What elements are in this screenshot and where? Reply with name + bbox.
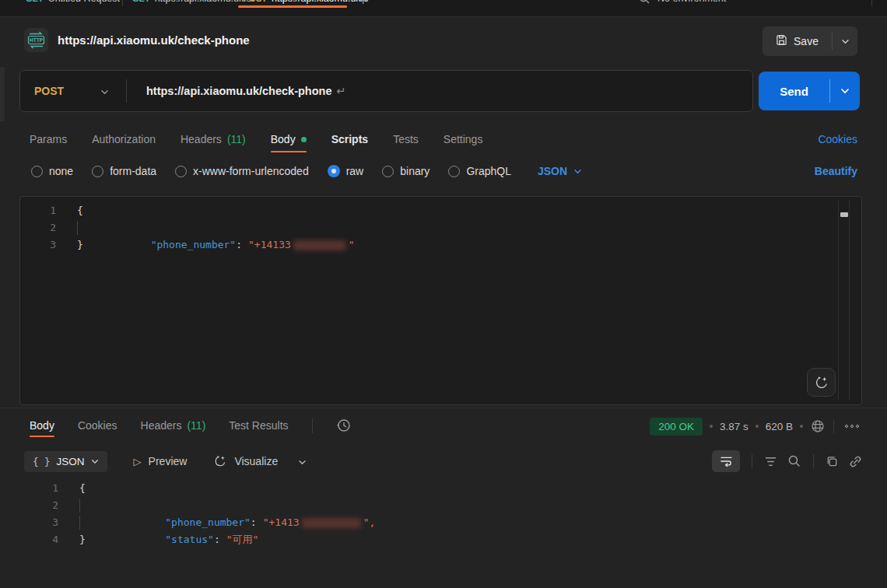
save-options-chevron-down-icon[interactable] <box>833 26 857 56</box>
editor-scrollbar[interactable] <box>838 201 850 401</box>
sparkle-circle-icon <box>213 454 227 468</box>
link-icon[interactable] <box>849 455 862 468</box>
cookies-link[interactable]: Cookies <box>818 133 857 145</box>
request-body-editor[interactable]: 1 { 2 "phone_number":"+14133" 3 } <box>19 196 862 405</box>
status-badge[interactable]: 200 OK <box>650 418 703 436</box>
preview-button[interactable]: ▷ Preview <box>134 455 188 467</box>
json-value: "可用" <box>226 534 259 545</box>
return-glyph: ↵ <box>336 85 345 97</box>
line-number: 2 <box>20 219 56 236</box>
tab-settings[interactable]: Settings <box>444 133 483 145</box>
beautify-link[interactable]: Beautify <box>815 165 857 177</box>
wrap-text-icon <box>720 456 733 467</box>
search-icon[interactable] <box>638 0 650 7</box>
response-tab-cookies[interactable]: Cookies <box>78 419 117 432</box>
method-badge-get: GET <box>132 0 150 3</box>
divider <box>312 418 313 433</box>
response-tab-test-results[interactable]: Test Results <box>229 419 288 432</box>
url-input[interactable]: https://api.xiaomu.uk/check-phone↵ <box>127 85 752 97</box>
tab-tests[interactable]: Tests <box>393 133 419 145</box>
indent-guide <box>79 516 80 530</box>
dot-separator <box>800 425 803 428</box>
wrap-text-button[interactable] <box>712 450 740 472</box>
radio-icon <box>92 166 103 177</box>
postbot-button[interactable] <box>807 368 836 397</box>
json-key: "status" <box>165 534 214 545</box>
redacted-phone-blur <box>293 240 346 250</box>
response-time[interactable]: 3.87 s <box>720 421 749 432</box>
radio-raw-selected[interactable]: raw <box>328 165 364 177</box>
visualize-button[interactable]: Visualize <box>213 454 278 468</box>
chevron-down-icon <box>100 85 109 97</box>
response-tab-headers[interactable]: Headers(11) <box>141 419 206 432</box>
filter-icon[interactable] <box>764 456 777 467</box>
send-options-chevron-down-icon[interactable] <box>830 88 860 94</box>
response-size[interactable]: 620 B <box>766 421 793 432</box>
json-value: ", <box>363 516 376 528</box>
tab-label: Headers <box>141 419 182 432</box>
response-tab-body[interactable]: Body <box>30 419 54 432</box>
globe-icon[interactable] <box>810 418 826 434</box>
language-dropdown[interactable]: JSON <box>538 165 582 177</box>
radio-label: GraphQL <box>466 165 511 177</box>
request-tab-3-active[interactable]: POSThttps://api.xiaomu.uk/c <box>244 0 368 4</box>
radio-label: raw <box>346 165 364 177</box>
json-key: "phone_number" <box>151 239 237 250</box>
response-section: Body Cookies Headers(11) Test Results 20… <box>0 408 887 588</box>
tab-headers[interactable]: Headers(11) <box>181 133 246 145</box>
method-badge-post: POST <box>244 0 267 3</box>
response-format-dropdown[interactable]: { } JSON <box>24 451 107 472</box>
tab-label: Params <box>30 133 67 145</box>
code-line-1: 1 { <box>19 480 868 497</box>
play-icon: ▷ <box>134 456 142 467</box>
copy-icon[interactable] <box>826 455 839 468</box>
method-dropdown-value: POST <box>34 85 64 97</box>
request-tab-2[interactable]: GEThttps://api.xiaomu.uk/st <box>132 0 254 4</box>
response-format-value: JSON <box>57 456 85 467</box>
method-badge-get: GET <box>26 0 44 3</box>
sidebar-collapse-handle[interactable] <box>0 67 5 121</box>
request-header: HTTP https://api.xiaomu.uk/check-phone S… <box>0 17 887 64</box>
radio-binary[interactable]: binary <box>382 165 429 177</box>
request-tab-1[interactable]: GETUntitled Request <box>26 0 120 4</box>
divider <box>813 454 814 468</box>
visualize-label: Visualize <box>234 455 278 467</box>
method-dropdown[interactable]: POST <box>20 85 126 97</box>
response-body-viewer[interactable]: 1 { 2 "phone_number":"+1413", 3 "status"… <box>19 480 868 588</box>
radio-form-data[interactable]: form-data <box>92 165 156 177</box>
active-tab-underline <box>271 151 307 152</box>
radio-label: x-www-form-urlencoded <box>193 165 309 177</box>
url-builder: POST https://api.xiaomu.uk/check-phone↵ <box>19 70 753 112</box>
tab-params[interactable]: Params <box>30 133 67 145</box>
history-icon[interactable] <box>336 418 352 433</box>
new-tab-button[interactable]: + <box>359 0 366 8</box>
app-window: GETUntitled Request GEThttps://api.xiaom… <box>0 0 887 588</box>
radio-icon <box>382 166 394 177</box>
radio-x-www-form-urlencoded[interactable]: x-www-form-urlencoded <box>175 165 309 177</box>
more-actions-button[interactable] <box>842 422 862 431</box>
tab-scripts[interactable]: Scripts <box>331 133 368 145</box>
code-brace: } <box>79 534 86 545</box>
radio-graphql[interactable]: GraphQL <box>448 165 511 177</box>
request-tab-bar: Params Authorization Headers(11) Body Sc… <box>30 126 857 152</box>
active-tab-underline <box>30 436 54 437</box>
view-options-chevron-down-icon[interactable] <box>298 455 307 467</box>
line-number: 1 <box>19 480 58 497</box>
scrollbar-handle[interactable] <box>840 212 848 217</box>
save-button[interactable]: Save <box>763 26 832 56</box>
url-text: https://api.xiaomu.uk/check-phone <box>146 85 331 97</box>
indent-guide <box>77 221 78 235</box>
radio-none[interactable]: none <box>31 165 73 177</box>
tab-label: Settings <box>444 133 483 145</box>
radio-checked-icon <box>328 165 340 177</box>
line-number: 3 <box>20 236 56 254</box>
http-request-icon: HTTP <box>24 28 48 52</box>
send-button[interactable]: Send <box>759 85 829 98</box>
tab-authorization[interactable]: Authorization <box>92 133 156 145</box>
tab-separator <box>122 0 123 6</box>
environment-selector[interactable]: No environment <box>657 0 726 4</box>
chevron-down-icon <box>573 169 582 174</box>
svg-text:HTTP: HTTP <box>30 37 44 43</box>
search-response-icon[interactable] <box>787 454 801 468</box>
tab-body[interactable]: Body <box>271 133 307 145</box>
